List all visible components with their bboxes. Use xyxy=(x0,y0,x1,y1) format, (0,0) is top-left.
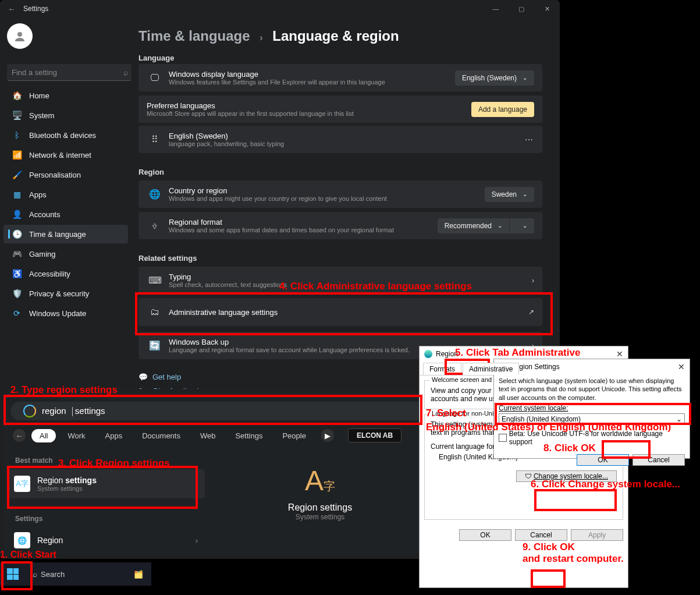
cancel-button[interactable]: Cancel xyxy=(515,529,567,541)
settings-group-label: Settings xyxy=(15,515,42,523)
chip-settings[interactable]: Settings xyxy=(227,429,271,442)
region-settings-result[interactable]: A字 Region settingsSystem settings xyxy=(7,469,205,498)
system-locale-select[interactable]: English (United Kingdom)⌄ xyxy=(499,413,685,425)
chip-work[interactable]: Work xyxy=(59,429,93,442)
sidebar-item-network[interactable]: 📶Network & internet xyxy=(3,146,128,164)
back-button[interactable]: ← xyxy=(13,429,26,442)
org-badge[interactable]: ELCON AB xyxy=(348,428,401,442)
chevron-down-icon: ⌄ xyxy=(523,191,527,197)
sidebar-item-gaming[interactable]: 🎮Gaming xyxy=(3,245,128,263)
chevron-down-icon: ⌄ xyxy=(523,222,527,229)
chip-documents[interactable]: Documents xyxy=(134,429,189,442)
globe-icon: 🌐 xyxy=(147,189,163,200)
window-title: Settings xyxy=(23,5,48,13)
result-preview: A字 Region settings System settings xyxy=(256,465,384,521)
change-system-locale-button[interactable]: 🛡 Change system locale... xyxy=(516,470,617,482)
open-external-icon: ↗ xyxy=(528,308,534,316)
region-result[interactable]: 🌐 Region › xyxy=(7,529,205,552)
add-language-button[interactable]: Add a language xyxy=(471,102,534,117)
ok-button[interactable]: OK xyxy=(459,529,511,541)
search-field[interactable] xyxy=(10,68,123,77)
home-icon: 🏠 xyxy=(10,91,23,100)
chevron-right-icon: › xyxy=(260,33,262,42)
start-search-box[interactable]: region settings xyxy=(10,402,426,420)
start-button[interactable] xyxy=(0,562,26,586)
taskbar-search[interactable]: ⌕Search xyxy=(33,569,65,579)
close-button[interactable]: ✕ xyxy=(534,0,560,17)
close-icon[interactable]: ✕ xyxy=(678,362,685,371)
accessibility-icon: ♿ xyxy=(10,269,23,278)
cancel-button[interactable]: Cancel xyxy=(633,454,685,466)
windows-icon xyxy=(7,568,19,580)
search-icon: ⌕ xyxy=(33,569,37,579)
best-match-label: Best match xyxy=(15,456,53,465)
breadcrumb: Time & language › Language & region xyxy=(138,28,399,44)
minimize-button[interactable]: — xyxy=(483,0,509,17)
more-filters-button[interactable]: ▶ xyxy=(321,429,334,442)
more-button[interactable]: ⋯ xyxy=(525,135,534,144)
apply-button[interactable]: Apply xyxy=(571,529,623,541)
globe-icon xyxy=(424,350,432,358)
back-button[interactable]: ← xyxy=(5,2,19,16)
chip-all[interactable]: All xyxy=(31,429,56,442)
sidebar-item-accessibility[interactable]: ♿Accessibility xyxy=(3,264,128,283)
drag-icon[interactable]: ⠿ xyxy=(147,134,163,145)
monitor-icon: 🖵 xyxy=(147,73,163,83)
chip-web[interactable]: Web xyxy=(192,429,224,442)
brush-icon: 🖌️ xyxy=(10,170,23,179)
shield-icon: 🛡️ xyxy=(10,289,23,298)
format-expand[interactable]: ⌄ xyxy=(510,218,534,233)
country-card[interactable]: 🌐 Country or regionWindows and apps migh… xyxy=(138,180,542,208)
get-help-link[interactable]: 💬Get help xyxy=(138,373,181,381)
help-icon: 💬 xyxy=(138,373,152,381)
clock-icon: 🕒 xyxy=(10,229,23,239)
sidebar-item-accounts[interactable]: 👤Accounts xyxy=(3,205,128,224)
accounts-icon: 👤 xyxy=(10,210,23,219)
globe-icon: 🌐 xyxy=(14,532,30,548)
search-input[interactable]: ⌕ xyxy=(7,64,132,81)
taskbar: ⌕Search 🗂️ xyxy=(0,562,151,586)
display-language-card[interactable]: 🖵 Windows display languageWindows featur… xyxy=(138,64,542,91)
gaming-icon: 🎮 xyxy=(10,249,23,258)
preferred-languages-card[interactable]: Preferred languagesMicrosoft Store apps … xyxy=(138,95,542,123)
sidebar-item-apps[interactable]: ▦Apps xyxy=(3,185,128,204)
beta-utf8-checkbox[interactable]: Beta: Use Unicode UTF-8 for worldwide la… xyxy=(494,426,690,449)
bluetooth-icon: ᛒ xyxy=(10,130,23,140)
close-icon[interactable]: ✕ xyxy=(616,349,623,359)
format-select[interactable]: Recommended⌄ xyxy=(438,218,509,233)
english-language-item[interactable]: ⠿ English (Sweden)language pack, handwri… xyxy=(138,126,542,153)
typing-card[interactable]: ⌨ TypingSpell check, autocorrect, text s… xyxy=(138,267,542,294)
tab-formats[interactable]: Formats xyxy=(423,363,461,375)
search-filter-row: ← All Work Apps Documents Web Settings P… xyxy=(13,428,401,442)
maximize-button[interactable]: ▢ xyxy=(509,0,534,17)
crumb-parent[interactable]: Time & language xyxy=(138,28,250,44)
format-card[interactable]: ⎀ Regional formatWindows and some apps f… xyxy=(138,212,542,239)
sidebar-item-time[interactable]: 🕒Time & language xyxy=(3,225,128,243)
user-icon xyxy=(13,29,27,43)
section-region: Region xyxy=(138,168,164,176)
sidebar: 🏠Home 🖥️System ᛒBluetooth & devices 📶Net… xyxy=(3,86,128,324)
chevron-down-icon: ⌄ xyxy=(676,415,682,423)
tab-administrative[interactable]: Administrative xyxy=(463,363,519,375)
display-language-select[interactable]: English (Sweden)⌄ xyxy=(455,70,534,86)
wifi-icon: 📶 xyxy=(10,150,23,160)
chevron-down-icon: ⌄ xyxy=(498,222,502,229)
admin-language-card[interactable]: 🗂 Administrative language settings ↗ xyxy=(138,298,542,326)
svg-point-0 xyxy=(17,32,22,37)
sidebar-item-update[interactable]: ⟳Windows Update xyxy=(3,304,128,323)
avatar[interactable] xyxy=(7,23,33,49)
sidebar-item-home[interactable]: 🏠Home xyxy=(3,86,128,105)
chip-people[interactable]: People xyxy=(274,429,314,442)
ok-button[interactable]: OK xyxy=(577,454,629,466)
format-icon: ⎀ xyxy=(147,221,163,231)
sidebar-item-system[interactable]: 🖥️System xyxy=(3,106,128,125)
chip-apps[interactable]: Apps xyxy=(97,429,131,442)
country-select[interactable]: Sweden⌄ xyxy=(485,187,534,202)
keyboard-icon: ⌨ xyxy=(147,275,163,286)
sidebar-item-bluetooth[interactable]: ᛒBluetooth & devices xyxy=(3,126,128,144)
sidebar-item-personalisation[interactable]: 🖌️Personalisation xyxy=(3,165,128,184)
section-language: Language xyxy=(138,54,174,62)
folder-icon[interactable]: 🗂️ xyxy=(134,570,143,579)
sidebar-item-privacy[interactable]: 🛡️Privacy & security xyxy=(3,284,128,303)
settings-icon: A字 xyxy=(14,476,30,492)
